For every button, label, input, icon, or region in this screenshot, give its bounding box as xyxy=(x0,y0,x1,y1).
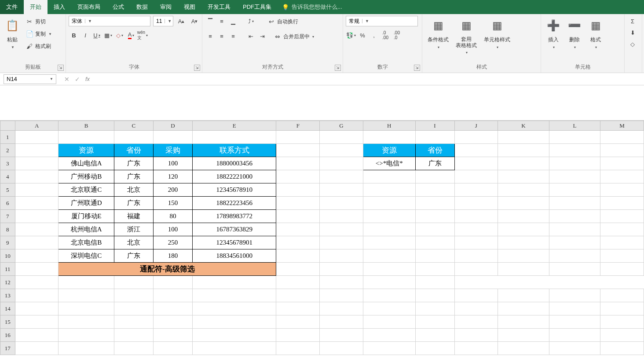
merged-title-cell[interactable]: 通配符-高级筛选 xyxy=(59,263,276,276)
col-header-L[interactable]: L xyxy=(549,121,600,131)
cell-L17[interactable] xyxy=(549,342,600,355)
cell-H16[interactable] xyxy=(363,329,415,342)
cell-F7[interactable] xyxy=(276,210,320,223)
cell-E15[interactable] xyxy=(192,315,276,329)
cell-I4[interactable] xyxy=(415,170,454,183)
cell-H5[interactable] xyxy=(363,183,415,197)
cell-I7[interactable] xyxy=(415,210,454,223)
cell-A10[interactable] xyxy=(15,249,59,263)
cell-B2[interactable]: 资源 xyxy=(59,144,114,157)
cell-I8[interactable] xyxy=(415,223,454,236)
cell-J10[interactable] xyxy=(454,249,498,263)
cell-A13[interactable] xyxy=(15,289,59,302)
cell-A16[interactable] xyxy=(15,329,59,342)
cell-G4[interactable] xyxy=(320,170,363,183)
cell-C9[interactable]: 北京 xyxy=(114,236,153,249)
indent-increase-button[interactable]: ⇥ xyxy=(257,31,267,41)
cell-E3[interactable]: 18800003456 xyxy=(192,157,276,170)
cell-C17[interactable] xyxy=(114,342,153,355)
cell-K2[interactable] xyxy=(498,144,549,157)
accounting-button[interactable]: 💱▾ xyxy=(346,30,356,40)
cell-M11[interactable] xyxy=(600,263,644,276)
row-header-9[interactable]: 9 xyxy=(0,236,15,249)
cell-M7[interactable] xyxy=(600,210,644,223)
row-header-14[interactable]: 14 xyxy=(0,302,15,315)
cell-J14[interactable] xyxy=(454,302,498,315)
cancel-formula-button[interactable]: ✕ xyxy=(64,76,70,83)
cell-M4[interactable] xyxy=(600,170,644,183)
cell-H10[interactable] xyxy=(363,249,415,263)
tell-me-search[interactable]: 💡 告诉我您想做什么... xyxy=(282,0,342,14)
cell-E17[interactable] xyxy=(192,342,276,355)
tab-pdf[interactable]: PDF工具集 xyxy=(237,0,278,14)
cell-C3[interactable]: 广东 xyxy=(114,157,153,170)
cell-J4[interactable] xyxy=(454,170,498,183)
row-header-6[interactable]: 6 xyxy=(0,197,15,210)
cell-K13[interactable] xyxy=(498,289,549,302)
cell-M1[interactable] xyxy=(600,131,644,144)
cell-D9[interactable]: 250 xyxy=(153,236,192,249)
cell-G8[interactable] xyxy=(320,223,363,236)
cell-C8[interactable]: 浙江 xyxy=(114,223,153,236)
col-header-H[interactable]: H xyxy=(363,121,415,131)
cell-J9[interactable] xyxy=(454,236,498,249)
row-header-13[interactable]: 13 xyxy=(0,289,15,302)
insert-cells-button[interactable]: ➕插入▾ xyxy=(544,16,563,50)
cell-J3[interactable] xyxy=(454,157,498,170)
tab-file[interactable]: 文件 xyxy=(0,0,24,14)
align-launcher[interactable]: ⇲ xyxy=(335,65,341,71)
cell-A12[interactable] xyxy=(15,276,59,289)
cell-E10[interactable]: 18834561000 xyxy=(192,249,276,263)
cell-H11[interactable] xyxy=(363,263,415,276)
wrap-text-button[interactable]: ↩自动换行 xyxy=(266,16,323,27)
merge-center-button[interactable]: ⇔合并后居中▾ xyxy=(272,31,329,42)
row-header-10[interactable]: 10 xyxy=(0,249,15,263)
cell-A14[interactable] xyxy=(15,302,59,315)
tab-review[interactable]: 审阅 xyxy=(154,0,178,14)
cell-I9[interactable] xyxy=(415,236,454,249)
cut-button[interactable]: ✂剪切 xyxy=(24,16,54,27)
cell-B5[interactable]: 北京联通C xyxy=(59,183,114,197)
cell-J8[interactable] xyxy=(454,223,498,236)
cell-A4[interactable] xyxy=(15,170,59,183)
cell-A1[interactable] xyxy=(15,131,59,144)
col-header-F[interactable]: F xyxy=(276,121,320,131)
cell-K17[interactable] xyxy=(498,342,549,355)
cell-G1[interactable] xyxy=(320,131,363,144)
cell-C16[interactable] xyxy=(114,329,153,342)
cell-F15[interactable] xyxy=(276,315,320,329)
cell-K4[interactable] xyxy=(498,170,549,183)
cell-B14[interactable] xyxy=(59,302,114,315)
font-launcher[interactable]: ⇲ xyxy=(194,65,200,71)
cell-D8[interactable]: 100 xyxy=(153,223,192,236)
cell-M10[interactable] xyxy=(600,249,644,263)
cell-F14[interactable] xyxy=(276,302,320,315)
cell-M8[interactable] xyxy=(600,223,644,236)
cell-J13[interactable] xyxy=(454,289,498,302)
row-header-3[interactable]: 3 xyxy=(0,157,15,170)
cell-D3[interactable]: 100 xyxy=(153,157,192,170)
col-header-E[interactable]: E xyxy=(192,121,276,131)
align-bottom-button[interactable]: ▁ xyxy=(228,16,238,26)
font-color-button[interactable]: A▾ xyxy=(126,30,136,40)
cell-K8[interactable] xyxy=(498,223,549,236)
paste-button[interactable]: 📋 粘贴 ▼ xyxy=(3,16,22,50)
cell-F6[interactable] xyxy=(276,197,320,210)
cell-E8[interactable]: 16787363829 xyxy=(192,223,276,236)
cell-L13[interactable] xyxy=(549,289,600,302)
cell-B1[interactable] xyxy=(59,131,114,144)
cell-D10[interactable]: 180 xyxy=(153,249,192,263)
orientation-button[interactable]: ⤴▾ xyxy=(245,16,256,26)
cell-J16[interactable] xyxy=(454,329,498,342)
cell-L7[interactable] xyxy=(549,210,600,223)
cell-F13[interactable] xyxy=(276,289,320,302)
cell-I16[interactable] xyxy=(415,329,454,342)
cell-I13[interactable] xyxy=(415,289,454,302)
cell-C10[interactable]: 广东 xyxy=(114,249,153,263)
cell-G2[interactable] xyxy=(320,144,363,157)
cell-L3[interactable] xyxy=(549,157,600,170)
cell-H12[interactable] xyxy=(153,276,192,289)
conditional-format-button[interactable]: ▦条件格式▾ xyxy=(425,16,451,50)
cell-L10[interactable] xyxy=(549,249,600,263)
fill-button[interactable]: ⬇ xyxy=(627,27,638,38)
